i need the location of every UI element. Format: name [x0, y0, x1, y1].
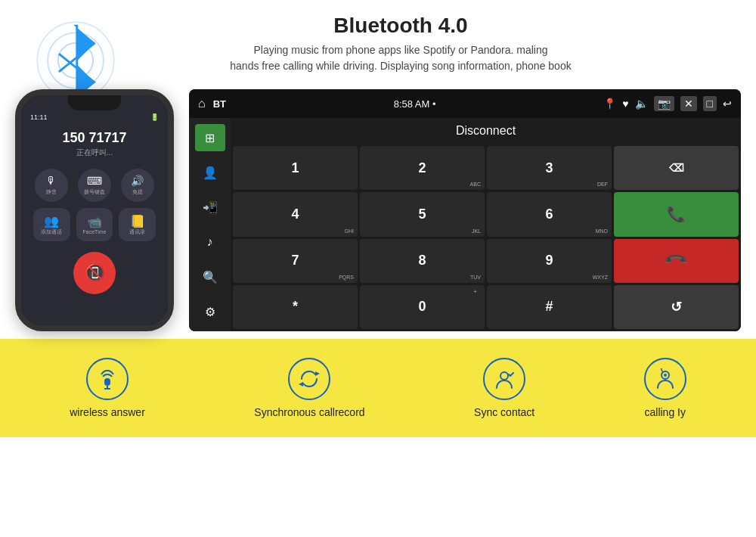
- phone-facetime-btn[interactable]: 📹 FaceTime: [76, 208, 113, 241]
- phone-add-call-btn[interactable]: 👥 添加通话: [33, 208, 70, 241]
- phone-call-number: 150 71717: [62, 130, 126, 146]
- svg-marker-5: [299, 382, 303, 386]
- calling-iy-icon-circle: [644, 358, 686, 400]
- car-key-end-call[interactable]: 📞: [614, 239, 739, 283]
- page-description: Playing music from phone apps like Spoti…: [230, 42, 571, 74]
- wireless-answer-icon-circle: [86, 358, 129, 400]
- car-sidebar-callforward[interactable]: 📲: [195, 194, 225, 221]
- phone-mockup: 11:11 🔋 150 71717 正在呼叫... 🎙 静音 ⌨ 拨号键盘 🔊 …: [15, 89, 174, 331]
- feature-sync-contact: Sync contact: [474, 358, 534, 418]
- car-sidebar-search[interactable]: 🔍: [195, 263, 225, 290]
- svg-point-8: [664, 374, 667, 377]
- car-volume-icon: 🔈: [635, 98, 648, 110]
- phone-status-bar: 11:11 🔋: [21, 112, 168, 123]
- phone-call-status: 正在呼叫...: [76, 147, 113, 158]
- facetime-icon: 📹: [87, 215, 102, 229]
- car-time: 8:58 AM •: [234, 98, 596, 110]
- middle-section: 11:11 🔋 150 71717 正在呼叫... 🎙 静音 ⌨ 拨号键盘 🔊 …: [0, 82, 756, 339]
- sync-callrecord-icon-circle: [288, 358, 330, 400]
- car-camera-icon[interactable]: 📷: [654, 96, 674, 111]
- end-call-icon: 📵: [85, 263, 105, 283]
- phone-screen: 11:11 🔋 150 71717 正在呼叫... 🎙 静音 ⌨ 拨号键盘 🔊 …: [21, 95, 168, 325]
- car-disconnect-label: Disconnect: [231, 118, 741, 144]
- car-window-icon[interactable]: □: [703, 96, 717, 111]
- svg-marker-4: [315, 371, 320, 376]
- car-key-3[interactable]: 3DEF: [487, 146, 612, 190]
- car-bt-label: BT: [213, 98, 226, 110]
- phone-keypad-btn[interactable]: ⌨ 拨号键盘: [78, 169, 111, 202]
- contacts-icon: 📒: [130, 214, 145, 228]
- speaker-icon: 🔊: [131, 175, 144, 187]
- car-sidebar-settings[interactable]: ⚙: [195, 298, 225, 325]
- car-display: ⌂ BT 8:58 AM • 📍 ♥ 🔈 📷 ✕ □ ↩ ⊞ 👤 📲: [189, 89, 741, 331]
- car-sidebar-dialpad[interactable]: ⊞: [195, 124, 225, 151]
- feature-sync-callrecord: Synchronous callrecord: [254, 358, 364, 418]
- car-key-2[interactable]: 2ABC: [360, 146, 485, 190]
- car-key-star[interactable]: *: [233, 285, 358, 329]
- car-key-6[interactable]: 6MNO: [487, 192, 612, 236]
- car-key-hash[interactable]: #: [487, 285, 612, 329]
- sync-contact-label: Sync contact: [474, 406, 534, 418]
- phone-battery: 🔋: [150, 113, 159, 121]
- bottom-section: wireless answer Synchronous callrecord S…: [0, 339, 756, 437]
- car-key-5[interactable]: 5JKL: [360, 192, 485, 236]
- car-key-0[interactable]: 0+: [360, 285, 485, 329]
- calling-iy-label: calling Iy: [645, 406, 686, 418]
- car-home-icon[interactable]: ⌂: [198, 97, 206, 110]
- car-back-icon[interactable]: ↩: [723, 98, 732, 110]
- car-key-refresh[interactable]: ↺: [614, 285, 739, 329]
- phone-mute-btn[interactable]: 🎙 静音: [35, 169, 68, 202]
- phone-contacts-btn[interactable]: 📒 通讯录: [119, 208, 156, 241]
- car-body: ⊞ 👤 📲 ♪ 🔍 ⚙ Disconnect 1 2ABC 3DEF ⌫ 4GH…: [189, 118, 741, 331]
- wireless-answer-label: wireless answer: [70, 406, 145, 418]
- car-sidebar-music[interactable]: ♪: [195, 228, 225, 256]
- car-key-1[interactable]: 1: [233, 146, 358, 190]
- phone-notch: [68, 95, 121, 110]
- page-title: Bluetooth 4.0: [230, 14, 571, 38]
- car-key-4[interactable]: 4GHI: [233, 192, 358, 236]
- car-close-icon[interactable]: ✕: [680, 96, 697, 111]
- phone-facetime-row: 👥 添加通话 📹 FaceTime 📒 通讯录: [21, 208, 168, 241]
- add-call-icon: 👥: [44, 214, 59, 228]
- car-icons-right: 📍 ♥ 🔈 📷 ✕ □ ↩: [603, 96, 732, 111]
- sync-contact-icon-circle: [483, 358, 525, 400]
- car-top-bar: ⌂ BT 8:58 AM • 📍 ♥ 🔈 📷 ✕ □ ↩: [189, 89, 741, 118]
- car-sidebar-contacts[interactable]: 👤: [195, 159, 225, 186]
- mute-icon: 🎙: [46, 175, 57, 187]
- phone-speaker-btn[interactable]: 🔊 免提: [121, 169, 154, 202]
- svg-point-6: [500, 372, 508, 380]
- car-key-7[interactable]: 7PQRS: [233, 239, 358, 283]
- top-section: Bluetooth 4.0 Playing music from phone a…: [0, 0, 756, 82]
- sync-callrecord-label: Synchronous callrecord: [254, 406, 364, 418]
- phone-end-call-btn[interactable]: 📵: [73, 252, 116, 294]
- car-wifi-icon: ♥: [622, 98, 628, 110]
- svg-rect-3: [104, 378, 110, 386]
- phone-time: 11:11: [30, 113, 48, 121]
- car-key-8[interactable]: 8TUV: [360, 239, 485, 283]
- car-sidebar: ⊞ 👤 📲 ♪ 🔍 ⚙: [189, 118, 231, 331]
- phone-call-buttons: 🎙 静音 ⌨ 拨号键盘 🔊 免提: [21, 158, 168, 208]
- feature-wireless-answer: wireless answer: [70, 358, 145, 418]
- keypad-icon: ⌨: [87, 175, 102, 187]
- car-main: Disconnect 1 2ABC 3DEF ⌫ 4GHI 5JKL 6MNO …: [231, 118, 741, 331]
- car-key-backspace[interactable]: ⌫: [614, 146, 739, 190]
- title-area: Bluetooth 4.0 Playing music from phone a…: [230, 14, 571, 74]
- car-key-call[interactable]: 📞: [614, 192, 739, 236]
- car-keypad: 1 2ABC 3DEF ⌫ 4GHI 5JKL 6MNO 📞 7PQRS 8TU…: [231, 144, 741, 331]
- feature-calling-iy: calling Iy: [644, 358, 686, 418]
- car-location-icon: 📍: [603, 98, 616, 110]
- car-key-9[interactable]: 9WXYZ: [487, 239, 612, 283]
